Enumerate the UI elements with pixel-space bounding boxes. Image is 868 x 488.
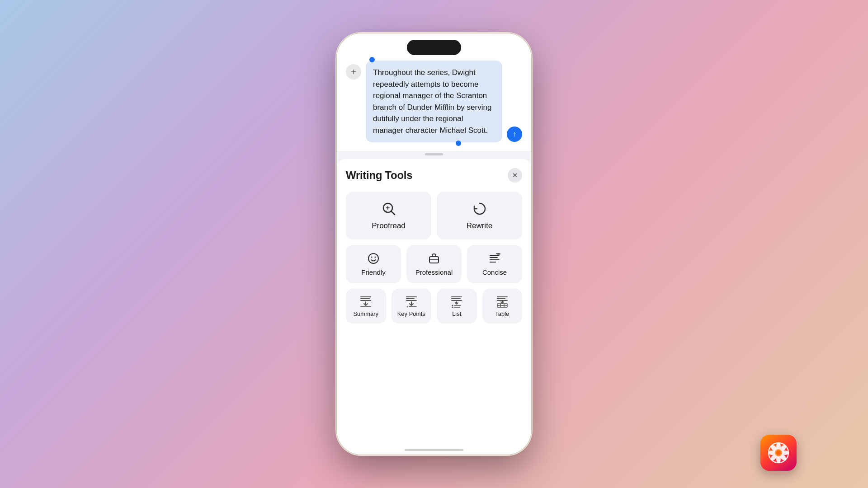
table-button[interactable]: Table	[482, 289, 523, 324]
phone-frame: + Throughout the series, Dwight repeated…	[337, 33, 531, 455]
concise-label: Concise	[482, 268, 507, 276]
summary-icon	[359, 295, 372, 308]
table-icon	[496, 295, 509, 308]
key-points-button[interactable]: Key Points	[392, 289, 432, 324]
concise-button[interactable]: Concise	[467, 245, 522, 283]
tools-row-3: Summary	[346, 289, 522, 324]
friendly-label: Friendly	[361, 268, 385, 276]
professional-button[interactable]: Professional	[406, 245, 462, 283]
svg-point-6	[371, 257, 373, 258]
proofread-icon	[381, 201, 397, 217]
svg-point-31	[452, 305, 453, 306]
list-button[interactable]: List	[437, 289, 477, 324]
text-input-box[interactable]: Throughout the series, Dwight repeatedly…	[366, 61, 502, 142]
text-content: Throughout the series, Dwight repeatedly…	[373, 67, 495, 136]
proofread-label: Proofread	[372, 221, 406, 230]
add-button[interactable]: +	[346, 64, 361, 80]
list-label: List	[452, 310, 461, 317]
drag-handle	[425, 153, 443, 155]
summary-button[interactable]: Summary	[346, 289, 386, 324]
selection-handle-bottom	[456, 141, 461, 146]
home-indicator	[405, 449, 463, 451]
panel-title: Writing Tools	[346, 169, 412, 182]
app-icon	[760, 435, 797, 471]
app-icon-logo	[767, 441, 790, 465]
app-icon-background	[760, 435, 797, 471]
friendly-icon	[367, 252, 380, 265]
professional-icon	[428, 252, 440, 265]
list-icon	[450, 295, 463, 308]
summary-label: Summary	[353, 310, 378, 317]
friendly-button[interactable]: Friendly	[346, 245, 401, 283]
svg-point-5	[368, 253, 378, 263]
concise-icon	[488, 252, 501, 265]
send-button[interactable]: ↑	[507, 127, 522, 142]
rewrite-button[interactable]: Rewrite	[437, 192, 522, 239]
table-label: Table	[495, 310, 509, 317]
selection-handle-top	[369, 57, 375, 62]
writing-tools-panel: Writing Tools ✕	[337, 159, 531, 455]
dynamic-island	[407, 40, 461, 55]
tools-row-1: Proofread Rewrite	[346, 192, 522, 239]
svg-point-52	[775, 449, 782, 456]
svg-point-33	[452, 307, 453, 308]
close-button[interactable]: ✕	[508, 168, 522, 183]
phone-content: + Throughout the series, Dwight repeated…	[337, 33, 531, 455]
key-points-icon	[405, 295, 418, 308]
svg-rect-8	[429, 257, 439, 263]
professional-label: Professional	[415, 268, 453, 276]
svg-point-7	[375, 257, 376, 258]
svg-line-1	[391, 211, 395, 215]
rewrite-icon	[472, 201, 488, 217]
screen: + Throughout the series, Dwight repeated…	[0, 0, 868, 488]
key-points-label: Key Points	[397, 310, 425, 317]
svg-point-25	[406, 306, 408, 308]
panel-header: Writing Tools ✕	[346, 168, 522, 183]
rewrite-label: Rewrite	[467, 221, 493, 230]
proofread-button[interactable]: Proofread	[346, 192, 431, 239]
tools-row-2: Friendly Professional	[346, 245, 522, 283]
